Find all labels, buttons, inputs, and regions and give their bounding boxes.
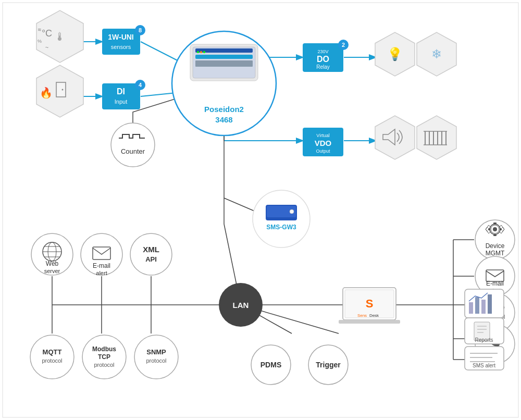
poseidon-label2: 3468: [215, 115, 232, 124]
mqtt-circle: [30, 335, 74, 379]
do-label1: 230V: [317, 49, 328, 54]
di-block-group: DI Input 4: [102, 80, 145, 109]
sensor-hex-group: °C ~ 🌡 ≋ %: [36, 10, 83, 63]
vdo-label2: VDO: [315, 139, 332, 147]
xml-label2: API: [145, 255, 157, 263]
do-label2: DO: [317, 55, 329, 64]
device-mgmt-label1: Device: [486, 242, 505, 250]
bar4: [488, 294, 492, 314]
modbus-label3: protocol: [94, 362, 114, 368]
snmp-bottom-label2: protocol: [146, 357, 166, 364]
poseidon-label1: Poseidon2: [204, 105, 244, 114]
web-group: Web server: [31, 233, 73, 275]
led2: [200, 51, 202, 53]
percent-icon: %: [38, 39, 42, 44]
email-label1: E-mail: [93, 262, 110, 269]
flame-icon: 🔥: [40, 87, 53, 99]
pdms-group: PDMS: [251, 345, 291, 385]
sensdesk-label-d: Desk: [369, 313, 379, 318]
reports-label: Reports: [475, 337, 493, 343]
temp-icon: °C: [42, 28, 52, 39]
sms-alert-group: SMS alert: [465, 347, 504, 370]
lan-group: LAN: [219, 283, 263, 327]
gear-tooth-bottom: [493, 234, 497, 236]
onewire-label2: sensors: [111, 44, 131, 50]
email2-label1: E-mail: [486, 280, 504, 287]
led1: [197, 51, 199, 53]
snow-hex-group: ❄: [417, 32, 456, 76]
light-hex-group: 💡: [375, 32, 415, 76]
counter-circle-group: Counter: [111, 123, 155, 167]
sensdesk-base: [339, 320, 400, 324]
xml-circle: [130, 233, 172, 275]
onewire-badge: 8: [139, 27, 142, 33]
radiator-hex-group: [417, 116, 456, 159]
mqtt-group: MQTT protocol: [30, 335, 74, 379]
modbus-label1: Modbus: [92, 345, 116, 353]
bar2: [475, 297, 479, 314]
modbus-group: Modbus TCP protocol: [82, 335, 126, 379]
mqtt-label1: MQTT: [43, 348, 62, 356]
poseidon-terminals: [195, 60, 253, 67]
gear-tooth-top: [493, 223, 497, 225]
snowflake-icon: ❄: [431, 47, 442, 61]
lightbulb-icon: 💡: [387, 46, 403, 61]
led3: [203, 51, 205, 53]
snmp-bottom-group: SNMP protocol: [134, 335, 178, 379]
xml-label1: XML: [143, 245, 159, 254]
email-label2: alert: [96, 270, 107, 276]
door-inner: [57, 83, 65, 96]
reports-group: Reports: [465, 318, 504, 344]
trigger-group: Trigger: [308, 345, 348, 385]
counter-label: Counter: [121, 147, 145, 155]
diagram: °C ~ 🌡 ≋ % 🔥 1W-UNI sensors 8 DI Input 4: [0, 0, 521, 420]
thermometer-icon: 🌡: [54, 30, 66, 43]
do-block-group: 230V DO Relay 2: [303, 40, 349, 72]
sensdesk-label-s: Sens: [357, 313, 367, 318]
door-knob: [62, 89, 64, 91]
bar1: [469, 302, 473, 314]
sensdesk-logo: S: [366, 297, 374, 310]
device-mgmt-group: Device MGMT: [475, 220, 515, 260]
poseidon-connectors-mid: [195, 55, 253, 59]
trigger-label: Trigger: [316, 361, 341, 369]
di-badge: 4: [139, 82, 142, 88]
gear-center: [493, 227, 497, 231]
onewire-block-group: 1W-UNI sensors 8: [102, 25, 145, 55]
humidity-text: ~: [45, 44, 48, 51]
sms-label: SMS-GW3: [266, 224, 296, 231]
vdo-block-group: Virtual VDO Output: [303, 128, 343, 156]
radiator-hexagon: [417, 116, 456, 159]
snmp-bottom-circle: [134, 335, 178, 379]
di-label2: Input: [115, 98, 127, 105]
do-label3: Relay: [316, 64, 330, 70]
poseidon-group: Poseidon2 3468: [172, 31, 276, 135]
sms-port: [290, 209, 294, 214]
email-group: E-mail alert: [81, 233, 122, 276]
device-mgmt-label2: MGMT: [486, 250, 505, 257]
bar3: [481, 300, 486, 314]
door-hex-group: 🔥: [36, 65, 83, 117]
vdo-label3: Output: [316, 149, 330, 154]
counter-circle: [111, 123, 155, 167]
sensdesk-group: S Sens Desk: [339, 288, 400, 324]
web-label2: server: [44, 268, 60, 274]
vdo-label1: Virtual: [316, 133, 329, 138]
xml-group: XML API: [130, 233, 172, 275]
onewire-label1: 1W-UNI: [108, 33, 134, 41]
modbus-label2: TCP: [98, 353, 110, 361]
wave-icon: ≋: [38, 27, 42, 32]
gear-tooth-left: [488, 228, 490, 230]
pdms-label: PDMS: [260, 361, 281, 369]
lan-label: LAN: [233, 301, 249, 310]
snmp-bottom-label1: SNMP: [146, 348, 166, 356]
sms-alert-label: SMS alert: [473, 363, 495, 368]
sms-group: SMS-GW3: [253, 190, 310, 248]
web-label1: Web: [46, 260, 59, 267]
mqtt-label2: protocol: [42, 357, 62, 364]
di-label1: DI: [117, 87, 125, 96]
do-badge: 2: [342, 42, 345, 48]
speaker-hex-group: [375, 116, 415, 159]
gear-tooth-right: [500, 228, 502, 230]
